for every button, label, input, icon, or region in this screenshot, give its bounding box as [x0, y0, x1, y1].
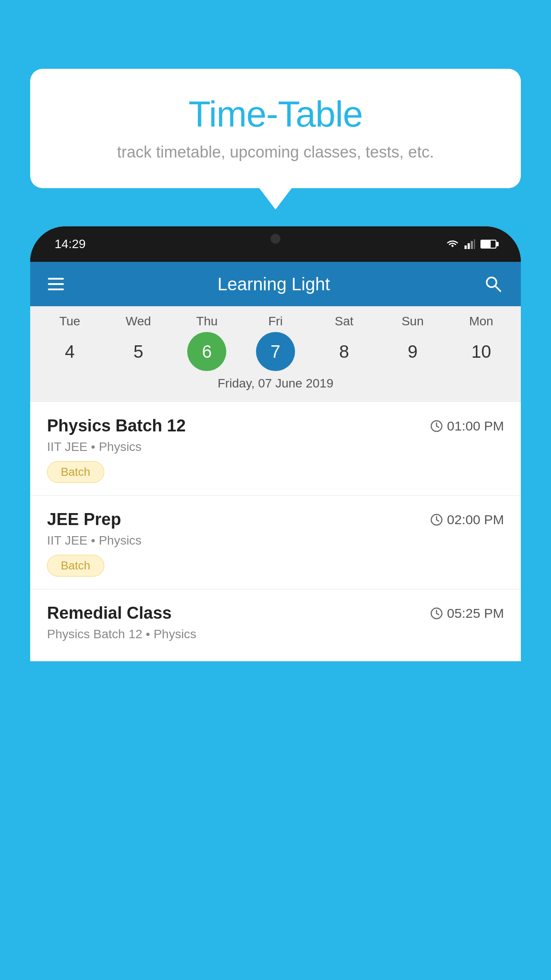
day-5[interactable]: 5	[119, 332, 158, 371]
day-8[interactable]: 8	[325, 332, 364, 371]
phone-wrap: 14:29	[30, 226, 521, 980]
hamburger-line	[48, 283, 64, 285]
schedule-item-2-title: JEE Prep	[47, 510, 121, 529]
schedule-item-1[interactable]: Physics Batch 12 01:00 PM IIT JEE • Phys…	[30, 402, 521, 496]
notch	[244, 226, 307, 251]
schedule-item-2-badge: Batch	[47, 555, 104, 577]
notch-camera	[271, 234, 280, 244]
day-label-sat: Sat	[322, 314, 366, 328]
schedule-item-2-meta: IIT JEE • Physics	[47, 533, 504, 548]
hamburger-menu-button[interactable]	[48, 278, 64, 290]
day-10[interactable]: 10	[462, 332, 501, 371]
day-4[interactable]: 4	[50, 332, 89, 371]
svg-line-11	[437, 520, 439, 521]
search-button[interactable]	[484, 274, 503, 294]
svg-rect-3	[474, 239, 475, 249]
schedule-item-3[interactable]: Remedial Class 05:25 PM Physics Batch 12…	[30, 589, 521, 661]
signal-icon	[464, 239, 475, 249]
schedule-item-2[interactable]: JEE Prep 02:00 PM IIT JEE • Physics Batc…	[30, 496, 521, 589]
svg-rect-0	[464, 245, 467, 249]
speech-bubble: Time-Table track timetable, upcoming cla…	[30, 69, 521, 188]
calendar-strip: Tue Wed Thu Fri Sat Sun Mon 4 5 6 7 8 9 …	[30, 306, 521, 402]
status-time: 14:29	[55, 237, 86, 251]
day-label-fri: Fri	[253, 314, 298, 328]
day-labels: Tue Wed Thu Fri Sat Sun Mon	[30, 314, 521, 328]
app-title: Learning Light	[82, 274, 466, 294]
schedule-item-2-header: JEE Prep 02:00 PM	[47, 510, 504, 529]
day-9[interactable]: 9	[393, 332, 432, 371]
app-header: Learning Light	[30, 262, 521, 306]
search-icon	[484, 274, 503, 294]
schedule-item-1-meta: IIT JEE • Physics	[47, 440, 504, 454]
day-label-thu: Thu	[185, 314, 229, 328]
phone: 14:29	[30, 226, 521, 661]
day-numbers: 4 5 6 7 8 9 10	[30, 332, 521, 371]
battery-icon	[480, 240, 496, 249]
selected-date-label: Friday, 07 June 2019	[30, 371, 521, 398]
clock-icon-3	[430, 607, 443, 620]
status-icons	[446, 239, 496, 249]
schedule-item-3-title: Remedial Class	[47, 604, 172, 623]
schedule-item-3-time: 05:25 PM	[430, 606, 504, 621]
svg-rect-2	[471, 241, 473, 249]
wifi-icon	[446, 239, 459, 249]
schedule-item-1-title: Physics Batch 12	[47, 416, 186, 435]
schedule-item-2-time: 02:00 PM	[430, 512, 504, 527]
svg-line-14	[437, 613, 439, 615]
schedule-item-1-header: Physics Batch 12 01:00 PM	[47, 416, 504, 435]
schedule-item-3-time-text: 05:25 PM	[447, 606, 504, 621]
bubble-subtitle: track timetable, upcoming classes, tests…	[57, 143, 494, 162]
svg-line-5	[495, 286, 500, 291]
day-label-mon: Mon	[459, 314, 504, 328]
day-7-selected[interactable]: 7	[256, 332, 295, 371]
schedule-item-3-header: Remedial Class 05:25 PM	[47, 604, 504, 623]
status-bar: 14:29	[30, 226, 521, 262]
day-6-today[interactable]: 6	[187, 332, 226, 371]
svg-line-8	[437, 426, 439, 427]
schedule-item-1-time-text: 01:00 PM	[447, 419, 504, 434]
clock-icon-1	[430, 420, 443, 432]
schedule-container: Physics Batch 12 01:00 PM IIT JEE • Phys…	[30, 402, 521, 661]
schedule-item-1-time: 01:00 PM	[430, 419, 504, 434]
hamburger-line	[48, 288, 64, 290]
day-label-wed: Wed	[116, 314, 161, 328]
day-label-sun: Sun	[390, 314, 435, 328]
schedule-item-2-time-text: 02:00 PM	[447, 512, 504, 527]
clock-icon-2	[430, 514, 443, 526]
hamburger-line	[48, 278, 64, 280]
bubble-title: Time-Table	[57, 93, 494, 135]
schedule-item-3-meta: Physics Batch 12 • Physics	[47, 627, 504, 641]
day-label-tue: Tue	[47, 314, 92, 328]
schedule-item-1-badge: Batch	[47, 461, 104, 483]
svg-rect-1	[468, 243, 470, 249]
